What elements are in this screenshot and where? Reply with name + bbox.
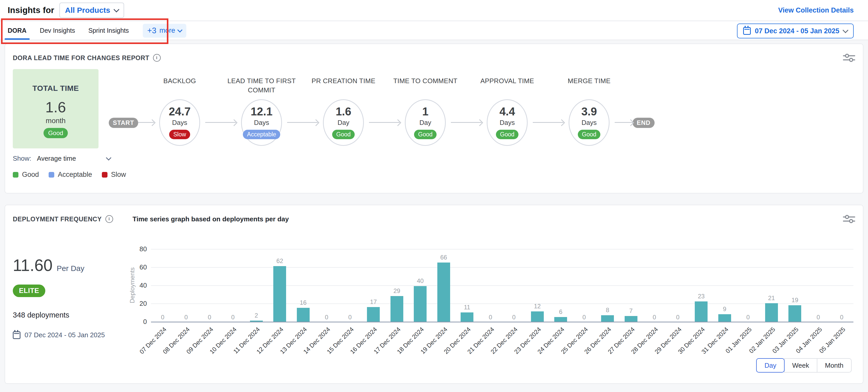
chevron-down-icon: [178, 27, 183, 32]
bar-value-label: 0: [208, 314, 211, 321]
stage-label: PR CREATION TIME: [301, 69, 385, 99]
more-tabs-dropdown[interactable]: +3 more: [143, 24, 187, 38]
bar-value-label: 0: [348, 314, 351, 321]
flow-arrow-icon: [287, 122, 318, 123]
tabs-container: DORADev InsightsSprint Insights: [8, 22, 142, 40]
bar-value-label: 0: [161, 314, 164, 321]
chart-settings-icon[interactable]: [843, 51, 855, 64]
granularity-month-button[interactable]: Month: [817, 358, 851, 372]
tab-dev-insights[interactable]: Dev Insights: [40, 22, 75, 40]
legend-item-good: Good: [13, 171, 39, 179]
flow-end-pill: END: [632, 118, 655, 128]
legend-swatch: [102, 172, 107, 178]
info-icon[interactable]: i: [153, 54, 161, 62]
bar-slot: 62: [268, 246, 292, 323]
stage-label: BACKLOG: [137, 69, 222, 99]
bar-slot: 0: [221, 246, 245, 323]
bar-slot: 0: [572, 246, 596, 323]
bar-slot: 66: [432, 246, 456, 323]
bar-slot: 29: [385, 246, 409, 323]
bar-slot: 40: [409, 246, 432, 323]
calendar-icon: [13, 331, 21, 339]
status-badge: Acceptable: [243, 130, 280, 139]
deployment-body: 11.60 Per Day ELITE 348 deployments 07 D…: [13, 227, 855, 356]
tab-dora[interactable]: DORA: [8, 22, 27, 40]
bar: [297, 308, 310, 323]
bar: [414, 286, 427, 323]
chart-settings-icon[interactable]: [843, 212, 855, 226]
bar-slot: 2: [245, 246, 268, 323]
more-tabs-label: more: [159, 27, 175, 34]
bar-value-label: 0: [840, 314, 843, 321]
lead-time-flow-row: TOTAL TIME 1.6 month Good START BACKLOG2…: [13, 69, 855, 148]
granularity-week-button[interactable]: Week: [784, 358, 817, 372]
bar-value-label: 0: [185, 314, 188, 321]
bar-value-label: 2: [255, 312, 258, 319]
status-badge: Good: [578, 130, 600, 139]
bar-slot: 0: [151, 246, 175, 323]
status-legend: GoodAcceptableSlow: [13, 171, 855, 179]
bar-value-label: 9: [723, 305, 726, 313]
stage-unit: Day: [420, 119, 431, 127]
legend-label: Acceptable: [58, 171, 92, 179]
y-tick-label: 20: [130, 300, 147, 307]
stage-value: 3.9: [581, 106, 597, 117]
product-selector-dropdown[interactable]: All Products: [59, 3, 124, 18]
flow-arrow-icon: [205, 122, 236, 123]
chevron-down-icon: [113, 7, 119, 12]
deployment-frequency-panel: DEPLOYMENT FREQUENCY i Time series graph…: [5, 205, 863, 384]
date-range-picker[interactable]: 07 Dec 2024 - 05 Jan 2025: [737, 24, 854, 38]
bar: [273, 266, 286, 323]
bar-value-label: 0: [325, 314, 328, 321]
bar-slot: 16: [291, 246, 315, 323]
stage-value: 1: [422, 106, 428, 117]
bar: [718, 314, 731, 323]
deployment-title-text: DEPLOYMENT FREQUENCY: [13, 215, 102, 223]
flow-stage-backlog: BACKLOG24.7DaysSlow: [154, 69, 205, 146]
lead-time-title-text: DORA LEAD TIME FOR CHANGES REPORT: [13, 54, 150, 62]
bar: [437, 263, 450, 323]
deployment-rate: 11.60 Per Day: [13, 256, 125, 275]
bar: [695, 301, 708, 323]
flow-stage-lead-time-to-first-commit: LEAD TIME TO FIRST COMMIT12.1DaysAccepta…: [236, 69, 287, 146]
page-title: Insights for: [8, 5, 54, 15]
bar: [788, 305, 801, 323]
flow-stage-time-to-comment: TIME TO COMMENT1DayGood: [400, 69, 451, 146]
bar: [367, 307, 380, 323]
flow-start-pill: START: [109, 118, 138, 128]
legend-item-acceptable: Acceptable: [49, 171, 92, 179]
x-label-cell: 05 Jan 2025: [830, 326, 854, 356]
chevron-down-icon[interactable]: [106, 155, 111, 160]
status-badge: Slow: [169, 130, 190, 139]
stage-label: LEAD TIME TO FIRST COMMIT: [219, 69, 304, 99]
bar-value-label: 8: [606, 306, 609, 314]
granularity-day-button[interactable]: Day: [756, 358, 784, 372]
flow-stage-merge-time: MERGE TIME3.9DaysGood: [563, 69, 615, 146]
deployments-bar-chart: Deployments 0000262160017294066110012608…: [125, 227, 855, 356]
bar-slot: 0: [315, 246, 339, 323]
deployment-date-range-text: 07 Dec 2024 - 05 Jan 2025: [25, 331, 105, 339]
bar-slot: 23: [690, 246, 713, 323]
tab-sprint-insights[interactable]: Sprint Insights: [88, 22, 129, 40]
insights-tab-bar: DORADev InsightsSprint Insights +3 more …: [0, 22, 868, 40]
stage-value: 4.4: [499, 106, 515, 117]
bar-slot: 0: [666, 246, 690, 323]
legend-label: Slow: [111, 171, 126, 179]
bar: [765, 303, 778, 323]
bar-slot: 7: [619, 246, 643, 323]
show-value-dropdown[interactable]: Average time: [37, 155, 76, 162]
slider-row-icon: [843, 59, 855, 60]
bar-slot: 0: [175, 246, 198, 323]
bar-value-label: 0: [512, 314, 516, 321]
more-tabs-count: +3: [147, 26, 156, 35]
bar-slot: 6: [549, 246, 573, 323]
bar-slot: 8: [596, 246, 620, 323]
chart-title: Time series graph based on deployments p…: [132, 215, 289, 223]
view-collection-details-link[interactable]: View Collection Details: [778, 6, 854, 14]
status-badge: Good: [496, 130, 519, 139]
show-label: Show:: [13, 155, 31, 162]
info-icon[interactable]: i: [105, 215, 113, 223]
y-tick-label: 40: [130, 281, 147, 290]
stage-label: MERGE TIME: [547, 69, 631, 99]
bar-slot: 11: [456, 246, 479, 323]
